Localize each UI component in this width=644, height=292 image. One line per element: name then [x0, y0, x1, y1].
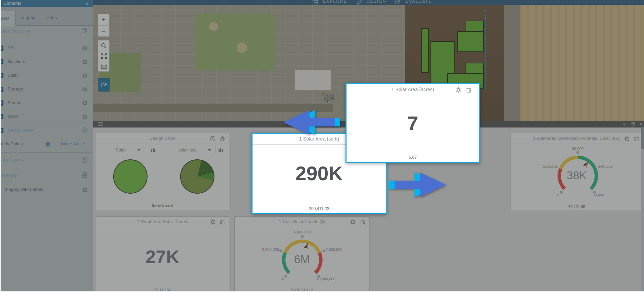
gauge-tick: 10,000,000 — [309, 277, 343, 281]
layer-row[interactable]: Gasifiers — [0, 59, 93, 66]
gear-icon[interactable] — [210, 219, 215, 224]
gauge-tick: 30,000 — [564, 147, 592, 151]
chevron-down-icon[interactable] — [622, 122, 627, 126]
basemap-item-row[interactable]: Imagery with Labels — [0, 187, 93, 194]
restore-icon[interactable] — [630, 122, 635, 126]
sidebar-header: Contents « — [0, 0, 93, 7]
caret-down-icon — [208, 149, 211, 151]
map-park-field — [196, 14, 274, 70]
tab-layers[interactable]: Layers — [0, 11, 16, 26]
solar-area-polygon[interactable] — [421, 28, 429, 73]
divider — [147, 146, 147, 153]
full-extent-button[interactable] — [98, 51, 109, 61]
solar-area-polygon[interactable] — [457, 31, 484, 52]
map-place-label: Bob Long Memorial Park — [317, 93, 341, 104]
collapse-sidebar-icon[interactable]: « — [86, 0, 89, 6]
study-area-name: Shady Palms — [0, 141, 23, 146]
chart-select-right[interactable]: solar test — [178, 147, 197, 153]
indicator-detail: 290,411.23 — [253, 206, 386, 211]
data-layers-label: Data Layers — [0, 157, 24, 162]
map-tan-field — [520, 5, 644, 121]
close-icon[interactable] — [639, 122, 644, 126]
make-active-link[interactable]: Make Active — [61, 141, 85, 146]
gear-icon[interactable] — [82, 45, 87, 50]
gear-icon[interactable] — [82, 100, 87, 105]
nav-design[interactable]: DESIGN — [366, 0, 386, 4]
sidebar-tabstrip: Layers Legend Jobs — [0, 7, 93, 26]
add-study-area-icon[interactable] — [81, 127, 88, 134]
dashboard-toggle-button[interactable] — [98, 78, 110, 92]
study-area-item-row[interactable]: Shady Palms Make Active — [0, 141, 93, 148]
design-icon — [356, 0, 362, 5]
trash-icon[interactable] — [45, 141, 51, 147]
pie-chart-icon[interactable] — [210, 136, 215, 141]
pie-chart-solar[interactable] — [113, 159, 148, 194]
zoom-out-button[interactable]: − — [98, 26, 109, 37]
generation-gauge-panel: 1 Estimated Generation Potential Solar (… — [510, 133, 643, 210]
gear-icon[interactable] — [455, 87, 461, 93]
gauge-tick: 0 — [269, 277, 297, 281]
gear-icon[interactable] — [219, 136, 225, 141]
layer-row[interactable]: Solar — [0, 73, 93, 80]
nav-explore[interactable]: EXPLORE — [323, 0, 347, 4]
study-areas-label: Study Areas — [8, 127, 34, 133]
layer-row[interactable]: Storage — [0, 86, 93, 93]
map-ballfield — [237, 42, 247, 53]
divider — [0, 152, 93, 153]
pie-chart-solar-test[interactable] — [180, 159, 214, 194]
search-button[interactable] — [98, 40, 109, 51]
bar-chart-icon[interactable] — [218, 147, 224, 153]
scenario-icon[interactable] — [81, 27, 88, 34]
bar-chart-icon[interactable] — [150, 147, 156, 153]
indicator-value: 290K — [253, 162, 386, 185]
scrollbar-thumb[interactable] — [641, 128, 644, 149]
dashboard-scrollbar[interactable] — [641, 127, 644, 292]
tutorial-arrow-left — [281, 108, 341, 136]
panel-count-panel: 1 Number of Solar Panels 27K 27,170.86 — [96, 216, 229, 292]
measure-button[interactable] — [98, 61, 109, 71]
study-areas-row[interactable]: Study Areas — [0, 127, 93, 134]
layer-row[interactable]: Wind — [0, 114, 93, 121]
gear-icon[interactable] — [82, 86, 87, 92]
gear-icon[interactable] — [82, 59, 87, 64]
solar-acres-panel[interactable]: 1 Solar Area (acres) 7 6.67 — [346, 83, 480, 163]
map-building — [295, 70, 331, 90]
window-edge — [0, 0, 1, 292]
panel-title: Design Chart — [96, 136, 229, 141]
active-scenario-row: Active Scenario — [0, 28, 93, 35]
basemap-icon[interactable] — [81, 172, 88, 179]
indicator-value: 7 — [347, 112, 479, 135]
caret-down-icon — [137, 149, 141, 151]
divider — [0, 123, 93, 123]
gauge-tick: 60,000 — [585, 193, 612, 197]
gear-icon[interactable] — [82, 187, 87, 192]
gauge-tick: 7,500,000 — [326, 247, 356, 252]
layer-row[interactable]: AD — [0, 45, 93, 52]
zoom-in-button[interactable]: + — [98, 14, 109, 26]
gauge-tick: 5,000,000 — [289, 230, 316, 234]
chart-select-left[interactable]: Solar — [116, 147, 126, 153]
search-icon — [101, 42, 107, 49]
basemap-row[interactable]: Basemap — [0, 173, 93, 180]
tab-legend[interactable]: Legend — [21, 15, 35, 20]
contents-sidebar: Contents « Layers Legend Jobs Active Sce… — [0, 0, 93, 292]
study-area-boundary — [485, 10, 486, 89]
trash-icon[interactable] — [466, 87, 471, 93]
top-navigation-bar: EXPLORE DESIGN EVALUATE — [93, 0, 644, 5]
layer-label: Wind — [8, 114, 18, 119]
evaluate-icon — [395, 0, 400, 5]
data-layers-row[interactable]: Data Layers — [0, 157, 93, 164]
nav-evaluate[interactable]: EVALUATE — [406, 0, 432, 4]
gear-icon[interactable] — [82, 114, 87, 119]
layer-label: Solar — [8, 73, 18, 78]
layer-row[interactable]: Station — [0, 100, 93, 107]
hamburger-menu-icon[interactable] — [97, 121, 104, 127]
add-data-layer-icon[interactable] — [81, 157, 88, 163]
panel-title: 1 Number of Solar Panels — [96, 219, 229, 224]
design-chart-panel: Design Chart Solar solar test Solar Liza… — [96, 133, 229, 210]
gauge-detail: 38,101.95 — [511, 205, 643, 209]
trash-icon[interactable] — [219, 219, 225, 224]
map-road-vertical — [504, 5, 520, 121]
gear-icon[interactable] — [82, 73, 87, 78]
tab-jobs[interactable]: Jobs — [47, 15, 57, 20]
